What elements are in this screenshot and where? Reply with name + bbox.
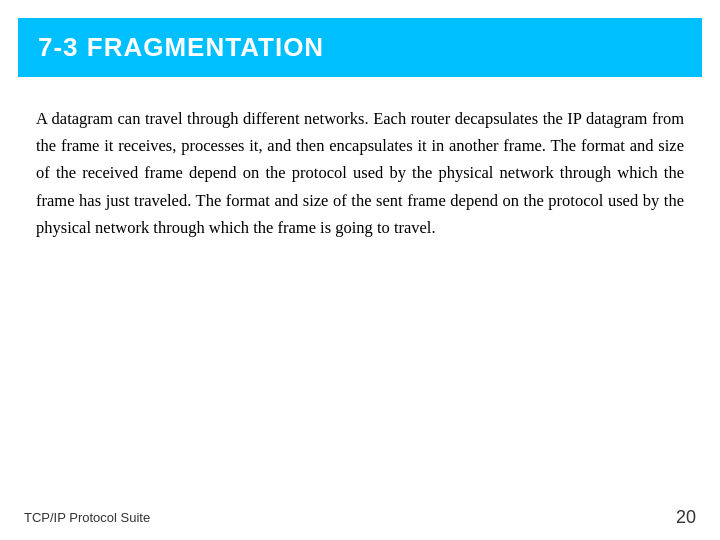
slide: 7-3 FRAGMENTATION A datagram can travel … bbox=[0, 0, 720, 540]
footer-label: TCP/IP Protocol Suite bbox=[24, 510, 150, 525]
slide-title: 7-3 FRAGMENTATION bbox=[38, 32, 324, 62]
body-paragraph: A datagram can travel through different … bbox=[36, 105, 684, 241]
slide-content: A datagram can travel through different … bbox=[0, 77, 720, 499]
slide-footer: TCP/IP Protocol Suite 20 bbox=[0, 499, 720, 540]
slide-header: 7-3 FRAGMENTATION bbox=[18, 18, 702, 77]
page-number: 20 bbox=[676, 507, 696, 528]
